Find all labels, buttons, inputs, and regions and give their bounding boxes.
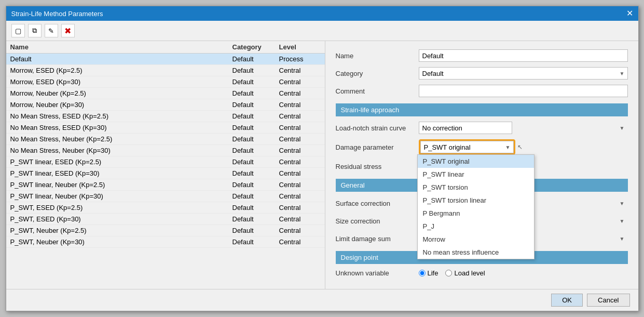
row-category: Default [232,215,279,223]
table-row[interactable]: Morrow, Neuber (Kp=30) Default Central [6,99,325,111]
dropdown-item[interactable]: P_SWT original [418,155,534,168]
table-row[interactable]: P_SWT linear, Neuber (Kp=2.5) Default Ce… [6,179,325,191]
damage-param-select[interactable]: P_SWT original [420,141,514,153]
general-section-title: General [341,181,365,189]
limit-damage-chevron-icon: ▼ [620,236,625,242]
row-name: P_SWT, Neuber (Kp=30) [10,238,232,246]
table-row[interactable]: No Mean Stress, ESED (Kp=2.5) Default Ce… [6,111,325,122]
row-name: Morrow, ESED (Kp=30) [10,78,232,86]
right-panel: Name Category Default ▼ Comment [325,41,638,289]
comment-field-wrapper [419,85,628,97]
dropdown-item[interactable]: P_J [418,220,534,233]
table-row[interactable]: P_SWT linear, Neuber (Kp=30) Default Cen… [6,191,325,202]
ok-button[interactable]: OK [551,294,583,307]
damage-select-inner: P_SWT original ▼ [420,141,514,153]
row-level: Central [279,101,321,109]
row-level: Central [279,67,321,74]
load-notch-row: Load-notch strain curve No correction Ne… [336,122,628,134]
table-row[interactable]: P_SWT, ESED (Kp=30) Default Central [6,214,325,225]
comment-row: Comment [336,85,628,97]
category-select[interactable]: Default [419,67,628,80]
table-header: Name Category Level [6,41,325,54]
category-select-wrapper: Default ▼ [419,67,628,80]
delete-icon: ✖ [64,26,71,36]
table-row[interactable]: P_SWT, Neuber (Kp=30) Default Central [6,236,325,248]
row-name: P_SWT linear, Neuber (Kp=30) [10,192,232,200]
comment-label: Comment [336,87,419,95]
radio-life-input[interactable] [419,270,426,276]
col-name: Name [10,43,232,51]
dropdown-item[interactable]: P_SWT linear [418,168,534,181]
strain-life-dialog: Strain-Life Method Parameters ✕ ▢ ⧉ ✎ ✖ … [6,6,639,311]
row-category: Default [232,101,279,109]
close-button[interactable]: ✕ [626,9,633,18]
row-category: Default [232,192,279,200]
row-level: Central [279,169,321,177]
table-row[interactable]: P_SWT, ESED (Kp=2.5) Default Central [6,202,325,214]
row-category: Default [232,67,279,74]
damage-select-highlighted: P_SWT original ▼ [419,139,515,155]
comment-input[interactable] [419,85,628,97]
row-level: Central [279,215,321,223]
row-level: Central [279,112,321,120]
row-name: Morrow, ESED (Kp=2.5) [10,67,232,74]
row-name: No Mean Stress, ESED (Kp=30) [10,124,232,131]
row-category: Default [232,124,279,131]
dropdown-item[interactable]: Morrow [418,233,534,246]
table-row[interactable]: No Mean Stress, Neuber (Kp=30) Default C… [6,145,325,156]
table-row[interactable]: P_SWT linear, ESED (Kp=2.5) Default Cent… [6,156,325,168]
title-bar: Strain-Life Method Parameters ✕ [6,6,638,21]
row-category: Default [232,147,279,154]
row-level: Central [279,147,321,154]
name-input[interactable] [419,49,628,62]
row-name: Default [10,55,232,63]
damage-param-label: Damage parameter [336,143,419,151]
radio-load-level-item[interactable]: Load level [445,269,485,277]
dropdown-item[interactable]: P Bergmann [418,207,534,220]
new-icon: ▢ [15,27,21,35]
row-name: No Mean Stress, Neuber (Kp=30) [10,147,232,154]
row-category: Default [232,238,279,246]
new-button[interactable]: ▢ [11,24,25,37]
name-row: Name [336,49,628,62]
dropdown-item[interactable]: No mean stress influence [418,246,534,259]
cancel-button[interactable]: Cancel [587,294,629,307]
table-row[interactable]: Morrow, ESED (Kp=30) Default Central [6,76,325,88]
name-label: Name [336,52,419,60]
delete-button[interactable]: ✖ [61,24,75,37]
table-row[interactable]: P_SWT, Neuber (Kp=2.5) Default Central [6,225,325,236]
row-level: Central [279,227,321,234]
row-category: Default [232,169,279,177]
table-row[interactable]: P_SWT linear, ESED (Kp=30) Default Centr… [6,168,325,179]
unknown-variable-row: Unknown variable Life Load level [336,269,628,277]
damage-dropdown-menu: P_SWT originalP_SWT linearP_SWT torsionP… [417,154,535,259]
dropdown-item[interactable]: P_SWT torsion linear [418,194,534,207]
toolbar: ▢ ⧉ ✎ ✖ [6,21,638,41]
damage-dropdown-container: P_SWT original ▼ P_SWT originalP_SWT lin… [419,139,515,155]
col-category: Category [232,43,279,51]
row-name: No Mean Stress, Neuber (Kp=2.5) [10,135,232,143]
radio-load-level-input[interactable] [445,270,452,276]
copy-icon: ⧉ [32,27,37,35]
radio-life-item[interactable]: Life [419,269,439,277]
table-row[interactable]: Default Default Process [6,54,325,65]
row-name: P_SWT linear, Neuber (Kp=2.5) [10,181,232,189]
row-name: P_SWT linear, ESED (Kp=30) [10,169,232,177]
unknown-variable-label: Unknown variable [336,269,419,277]
design-point-section-title: Design point [341,254,378,261]
row-level: Central [279,181,321,189]
row-category: Default [232,181,279,189]
table-row[interactable]: Morrow, Neuber (Kp=2.5) Default Central [6,88,325,99]
dropdown-item[interactable]: P_SWT torsion [418,181,534,194]
load-notch-select[interactable]: No correction Neuber ESED [419,122,512,134]
table-row[interactable]: No Mean Stress, Neuber (Kp=2.5) Default … [6,134,325,145]
copy-button[interactable]: ⧉ [28,24,42,37]
row-name: P_SWT linear, ESED (Kp=2.5) [10,158,232,166]
category-row: Category Default ▼ [336,67,628,80]
col-level: Level [279,43,321,51]
row-category: Default [232,135,279,143]
table-row[interactable]: Morrow, ESED (Kp=2.5) Default Central [6,65,325,76]
edit-button[interactable]: ✎ [45,24,58,37]
residual-stress-label: Residual stress [336,163,419,170]
table-row[interactable]: No Mean Stress, ESED (Kp=30) Default Cen… [6,122,325,134]
